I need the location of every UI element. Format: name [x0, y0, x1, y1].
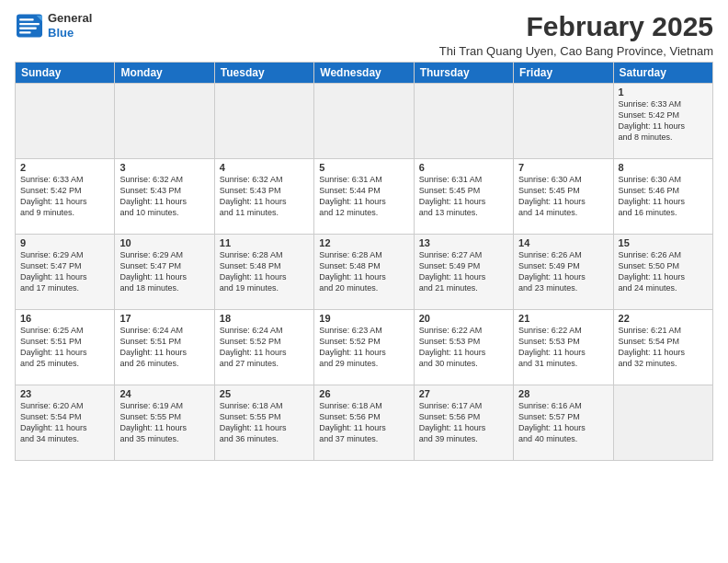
logo: General Blue [15, 11, 92, 40]
table-row: 3Sunrise: 6:32 AM Sunset: 5:43 PM Daylig… [115, 159, 214, 235]
day-info: Sunrise: 6:22 AM Sunset: 5:53 PM Dayligh… [419, 325, 508, 370]
day-number: 10 [119, 237, 209, 248]
day-info: Sunrise: 6:25 AM Sunset: 5:51 PM Dayligh… [20, 325, 109, 370]
table-row: 28Sunrise: 6:16 AM Sunset: 5:57 PM Dayli… [514, 385, 613, 461]
day-number: 28 [518, 388, 608, 399]
col-sunday: Sunday [16, 63, 115, 84]
day-number: 24 [119, 388, 209, 399]
table-row: 10Sunrise: 6:29 AM Sunset: 5:47 PM Dayli… [115, 235, 214, 310]
table-row: 13Sunrise: 6:27 AM Sunset: 5:49 PM Dayli… [414, 235, 513, 310]
calendar-week-row: 9Sunrise: 6:29 AM Sunset: 5:47 PM Daylig… [16, 235, 713, 310]
table-row [16, 84, 115, 159]
svg-rect-5 [19, 31, 30, 33]
table-row: 25Sunrise: 6:18 AM Sunset: 5:55 PM Dayli… [214, 385, 313, 461]
day-info: Sunrise: 6:17 AM Sunset: 5:56 PM Dayligh… [419, 400, 508, 445]
table-row: 2Sunrise: 6:33 AM Sunset: 5:42 PM Daylig… [16, 159, 115, 235]
col-thursday: Thursday [414, 63, 513, 84]
day-number: 16 [20, 313, 109, 324]
table-row [613, 385, 712, 461]
day-number: 17 [119, 313, 209, 324]
day-info: Sunrise: 6:33 AM Sunset: 5:42 PM Dayligh… [619, 98, 708, 144]
svg-rect-0 [17, 14, 42, 37]
table-row: 17Sunrise: 6:24 AM Sunset: 5:51 PM Dayli… [115, 310, 214, 385]
table-row: 27Sunrise: 6:17 AM Sunset: 5:56 PM Dayli… [414, 385, 513, 461]
table-row: 12Sunrise: 6:28 AM Sunset: 5:48 PM Dayli… [314, 235, 414, 310]
calendar-table: Sunday Monday Tuesday Wednesday Thursday… [15, 62, 713, 461]
day-number: 1 [619, 86, 708, 98]
day-info: Sunrise: 6:24 AM Sunset: 5:52 PM Dayligh… [220, 325, 309, 370]
svg-rect-3 [19, 22, 40, 24]
day-number: 3 [119, 162, 209, 173]
table-row: 22Sunrise: 6:21 AM Sunset: 5:54 PM Dayli… [613, 310, 712, 385]
day-info: Sunrise: 6:31 AM Sunset: 5:44 PM Dayligh… [319, 174, 408, 219]
day-info: Sunrise: 6:26 AM Sunset: 5:49 PM Dayligh… [518, 249, 608, 294]
table-row: 24Sunrise: 6:19 AM Sunset: 5:55 PM Dayli… [115, 385, 214, 461]
day-info: Sunrise: 6:16 AM Sunset: 5:57 PM Dayligh… [518, 400, 608, 445]
table-row: 5Sunrise: 6:31 AM Sunset: 5:44 PM Daylig… [314, 159, 414, 235]
calendar-subtitle: Thi Tran Quang Uyen, Cao Bang Province, … [439, 44, 713, 58]
table-row: 1Sunrise: 6:33 AM Sunset: 5:42 PM Daylig… [613, 84, 712, 159]
day-number: 2 [20, 162, 109, 173]
table-row: 7Sunrise: 6:30 AM Sunset: 5:45 PM Daylig… [514, 159, 613, 235]
table-row [214, 84, 313, 159]
day-number: 25 [220, 388, 309, 399]
table-row [414, 84, 513, 159]
table-row [314, 84, 414, 159]
col-friday: Friday [514, 63, 613, 84]
table-row: 9Sunrise: 6:29 AM Sunset: 5:47 PM Daylig… [16, 235, 115, 310]
day-number: 6 [419, 162, 508, 173]
svg-rect-2 [19, 18, 34, 20]
col-monday: Monday [115, 63, 214, 84]
day-info: Sunrise: 6:28 AM Sunset: 5:48 PM Dayligh… [220, 249, 309, 294]
page-header: General Blue February 2025 Thi Tran Quan… [15, 11, 713, 58]
day-info: Sunrise: 6:18 AM Sunset: 5:55 PM Dayligh… [220, 400, 309, 445]
day-number: 15 [619, 237, 708, 248]
day-info: Sunrise: 6:29 AM Sunset: 5:47 PM Dayligh… [119, 249, 209, 294]
day-number: 4 [220, 162, 309, 173]
day-info: Sunrise: 6:27 AM Sunset: 5:49 PM Dayligh… [419, 249, 508, 294]
calendar-week-row: 2Sunrise: 6:33 AM Sunset: 5:42 PM Daylig… [16, 159, 713, 235]
day-number: 26 [319, 388, 408, 399]
calendar-header-row: Sunday Monday Tuesday Wednesday Thursday… [16, 63, 713, 84]
calendar-week-row: 1Sunrise: 6:33 AM Sunset: 5:42 PM Daylig… [16, 84, 713, 159]
day-info: Sunrise: 6:22 AM Sunset: 5:53 PM Dayligh… [518, 325, 608, 370]
table-row: 20Sunrise: 6:22 AM Sunset: 5:53 PM Dayli… [414, 310, 513, 385]
table-row: 19Sunrise: 6:23 AM Sunset: 5:52 PM Dayli… [314, 310, 414, 385]
day-info: Sunrise: 6:18 AM Sunset: 5:56 PM Dayligh… [319, 400, 408, 445]
day-number: 13 [419, 237, 508, 248]
table-row: 8Sunrise: 6:30 AM Sunset: 5:46 PM Daylig… [613, 159, 712, 235]
table-row: 23Sunrise: 6:20 AM Sunset: 5:54 PM Dayli… [16, 385, 115, 461]
day-info: Sunrise: 6:26 AM Sunset: 5:50 PM Dayligh… [619, 249, 708, 294]
day-info: Sunrise: 6:23 AM Sunset: 5:52 PM Dayligh… [319, 325, 408, 370]
day-info: Sunrise: 6:20 AM Sunset: 5:54 PM Dayligh… [20, 400, 109, 445]
day-number: 11 [220, 237, 309, 248]
day-number: 20 [419, 313, 508, 324]
logo-icon [15, 13, 44, 39]
table-row: 15Sunrise: 6:26 AM Sunset: 5:50 PM Dayli… [613, 235, 712, 310]
day-number: 5 [319, 162, 408, 173]
day-info: Sunrise: 6:31 AM Sunset: 5:45 PM Dayligh… [419, 174, 508, 219]
day-info: Sunrise: 6:33 AM Sunset: 5:42 PM Dayligh… [20, 174, 109, 219]
day-info: Sunrise: 6:24 AM Sunset: 5:51 PM Dayligh… [119, 325, 209, 370]
col-wednesday: Wednesday [314, 63, 414, 84]
calendar-week-row: 16Sunrise: 6:25 AM Sunset: 5:51 PM Dayli… [16, 310, 713, 385]
svg-rect-4 [19, 27, 37, 29]
day-info: Sunrise: 6:21 AM Sunset: 5:54 PM Dayligh… [619, 325, 708, 370]
table-row: 4Sunrise: 6:32 AM Sunset: 5:43 PM Daylig… [214, 159, 313, 235]
table-row: 14Sunrise: 6:26 AM Sunset: 5:49 PM Dayli… [514, 235, 613, 310]
day-info: Sunrise: 6:32 AM Sunset: 5:43 PM Dayligh… [220, 174, 309, 219]
calendar-title: February 2025 [439, 11, 713, 42]
logo-text: General Blue [48, 11, 92, 40]
table-row: 26Sunrise: 6:18 AM Sunset: 5:56 PM Dayli… [314, 385, 414, 461]
day-info: Sunrise: 6:29 AM Sunset: 5:47 PM Dayligh… [20, 249, 109, 294]
day-number: 12 [319, 237, 408, 248]
col-saturday: Saturday [613, 63, 712, 84]
day-number: 9 [20, 237, 109, 248]
title-section: February 2025 Thi Tran Quang Uyen, Cao B… [439, 11, 713, 58]
day-info: Sunrise: 6:32 AM Sunset: 5:43 PM Dayligh… [119, 174, 209, 219]
table-row: 18Sunrise: 6:24 AM Sunset: 5:52 PM Dayli… [214, 310, 313, 385]
day-number: 21 [518, 313, 608, 324]
day-info: Sunrise: 6:28 AM Sunset: 5:48 PM Dayligh… [319, 249, 408, 294]
day-number: 7 [518, 162, 608, 173]
day-number: 18 [220, 313, 309, 324]
